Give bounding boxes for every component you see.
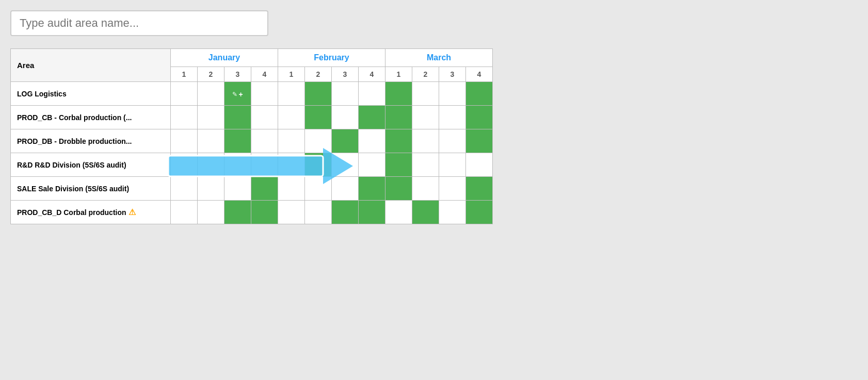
schedule-cell	[171, 82, 198, 106]
schedule-cell	[278, 129, 305, 153]
schedule-cell[interactable]	[385, 129, 412, 153]
schedule-cell	[198, 82, 224, 106]
schedule-cell	[439, 177, 466, 201]
table-row: PROD_DB - Drobble production...	[11, 129, 493, 153]
schedule-cell	[412, 82, 439, 106]
schedule-cell	[198, 129, 224, 153]
week-feb-1: 1	[278, 67, 305, 82]
schedule-cell	[278, 201, 305, 224]
area-cell: PROD_CB_D Corbal production⚠	[11, 201, 171, 224]
week-feb-2: 2	[305, 67, 332, 82]
schedule-cell[interactable]	[305, 106, 332, 129]
schedule-cell	[305, 177, 332, 201]
area-name: PROD_CB - Corbal production (...	[17, 113, 132, 122]
area-cell: PROD_DB - Drobble production...	[11, 129, 171, 153]
schedule-cell	[359, 82, 385, 106]
schedule-cell[interactable]	[251, 201, 278, 224]
schedule-cell	[305, 201, 332, 224]
schedule-cell[interactable]	[359, 106, 385, 129]
schedule-cell[interactable]	[251, 177, 278, 201]
week-feb-4: 4	[359, 67, 385, 82]
schedule-cell	[439, 201, 466, 224]
schedule-cell[interactable]	[224, 106, 251, 129]
schedule-cell[interactable]	[385, 153, 412, 177]
table-row: SALE Sale Division (5S/6S audit)	[11, 177, 493, 201]
schedule-cell	[359, 153, 385, 177]
schedule-cell	[224, 153, 251, 177]
warning-icon: ⚠	[128, 208, 136, 217]
schedule-cell	[332, 177, 359, 201]
schedule-cell	[198, 177, 224, 201]
audit-schedule-table: Area January February March 1 2 3 4 1 2 …	[10, 48, 493, 224]
table-container: Area January February March 1 2 3 4 1 2 …	[10, 48, 493, 224]
table-row: R&D R&D Division (5S/6S audit)	[11, 153, 493, 177]
schedule-cell[interactable]: ✎+	[224, 82, 251, 106]
january-header: January	[171, 49, 278, 67]
area-name: SALE Sale Division (5S/6S audit)	[17, 185, 129, 193]
schedule-cell	[171, 106, 198, 129]
schedule-cell	[385, 201, 412, 224]
schedule-cell	[439, 82, 466, 106]
schedule-cell[interactable]	[359, 201, 385, 224]
week-jan-1: 1	[171, 67, 198, 82]
schedule-cell[interactable]	[466, 201, 493, 224]
schedule-cell	[278, 106, 305, 129]
area-cell: R&D R&D Division (5S/6S audit)	[11, 153, 171, 177]
schedule-cell	[171, 177, 198, 201]
schedule-cell	[305, 129, 332, 153]
schedule-cell[interactable]	[466, 82, 493, 106]
schedule-cell	[412, 129, 439, 153]
area-cell: LOG Logistics	[11, 82, 171, 106]
schedule-cell	[251, 129, 278, 153]
schedule-cell	[278, 153, 305, 177]
week-jan-2: 2	[198, 67, 224, 82]
schedule-cell[interactable]	[305, 153, 332, 177]
schedule-cell	[251, 106, 278, 129]
february-header: February	[278, 49, 385, 67]
area-name: R&D R&D Division (5S/6S audit)	[17, 161, 126, 169]
schedule-cell[interactable]	[385, 106, 412, 129]
schedule-cell	[278, 82, 305, 106]
table-row: PROD_CB_D Corbal production⚠	[11, 201, 493, 224]
schedule-cell[interactable]	[332, 201, 359, 224]
schedule-cell	[198, 201, 224, 224]
area-name: PROD_DB - Drobble production...	[17, 137, 132, 145]
area-cell: SALE Sale Division (5S/6S audit)	[11, 177, 171, 201]
schedule-cell	[466, 153, 493, 177]
schedule-cell	[198, 153, 224, 177]
area-name: LOG Logistics	[17, 90, 67, 98]
schedule-cell	[171, 153, 198, 177]
schedule-cell[interactable]	[466, 106, 493, 129]
schedule-cell[interactable]	[359, 177, 385, 201]
week-mar-2: 2	[412, 67, 439, 82]
schedule-cell[interactable]	[224, 201, 251, 224]
march-header: March	[385, 49, 493, 67]
area-cell: PROD_CB - Corbal production (...	[11, 106, 171, 129]
schedule-cell	[412, 177, 439, 201]
schedule-cell[interactable]	[385, 82, 412, 106]
schedule-cell[interactable]	[466, 177, 493, 201]
schedule-cell	[198, 106, 224, 129]
schedule-cell	[171, 129, 198, 153]
schedule-cell[interactable]	[385, 177, 412, 201]
schedule-cell	[251, 153, 278, 177]
schedule-cell[interactable]	[466, 129, 493, 153]
schedule-cell[interactable]	[224, 129, 251, 153]
schedule-cell	[332, 82, 359, 106]
schedule-cell	[412, 106, 439, 129]
schedule-cell	[278, 177, 305, 201]
schedule-cell	[171, 201, 198, 224]
schedule-cell[interactable]	[412, 201, 439, 224]
week-jan-4: 4	[251, 67, 278, 82]
plus-icon[interactable]: +	[238, 90, 243, 98]
search-container	[10, 10, 268, 36]
schedule-cell	[439, 129, 466, 153]
schedule-cell[interactable]	[332, 129, 359, 153]
search-input[interactable]	[20, 16, 259, 30]
schedule-cell	[412, 153, 439, 177]
week-mar-3: 3	[439, 67, 466, 82]
schedule-cell	[251, 82, 278, 106]
schedule-cell	[439, 153, 466, 177]
schedule-cell[interactable]	[305, 82, 332, 106]
schedule-cell	[359, 129, 385, 153]
